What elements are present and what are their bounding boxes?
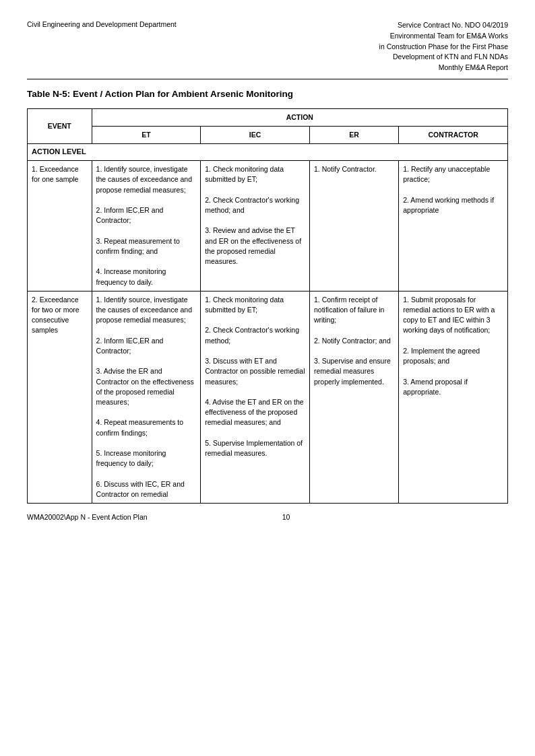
iec-2: 1. Check monitoring data submitted by ET… (201, 291, 310, 503)
er-2: 1. Confirm receipt of notification of fa… (309, 291, 398, 503)
page-title: Table N-5: Event / Action Plan for Ambie… (27, 89, 508, 99)
team-name: Environmental Team for EM&A Works (379, 31, 508, 42)
event-2: 2. Exceedance for two or more consecutiv… (28, 291, 92, 503)
header-left: Civil Engineering and Development Depart… (27, 20, 177, 28)
et-2: 1. Identify source, investigate the caus… (92, 291, 201, 503)
header-right: Service Contract No. NDO 04/2019 Environ… (379, 20, 508, 73)
event-1: 1. Exceedance for one sample (28, 161, 92, 291)
table-row: 2. Exceedance for two or more consecutiv… (28, 291, 508, 503)
contractor-2: 1. Submit proposals for remedial actions… (399, 291, 508, 503)
col-header-action: ACTION (92, 108, 507, 126)
er-1: 1. Notify Contractor. (309, 161, 398, 291)
et-1: 1. Identify source, investigate the caus… (92, 161, 201, 291)
page-header: Civil Engineering and Development Depart… (27, 20, 508, 73)
col-header-et: ET (92, 126, 201, 143)
construction-phase: in Construction Phase for the First Phas… (379, 42, 508, 53)
report-type: Monthly EM&A Report (379, 63, 508, 73)
footer-left: WMA20002\App N - Event Action Plan (27, 513, 148, 521)
page-number: 10 (148, 513, 425, 521)
development-name: Development of KTN and FLN NDAs (379, 52, 508, 63)
col-header-iec: IEC (201, 126, 310, 143)
action-level-row: ACTION LEVEL (28, 144, 508, 161)
table-row: 1. Exceedance for one sample 1. Identify… (28, 161, 508, 291)
col-header-contractor: CONTRACTOR (399, 126, 508, 143)
contractor-1: 1. Rectify any unacceptable practice; 2.… (399, 161, 508, 291)
header-divider (27, 79, 508, 79)
action-level-label: ACTION LEVEL (28, 144, 508, 161)
iec-1: 1. Check monitoring data submitted by ET… (201, 161, 310, 291)
col-header-event: EVENT (28, 108, 92, 143)
col-header-er: ER (309, 126, 398, 143)
contract-number: Service Contract No. NDO 04/2019 (379, 20, 508, 31)
event-action-table: EVENT ACTION ET IEC ER CONTRACTOR ACTION… (27, 108, 508, 504)
department-name: Civil Engineering and Development Depart… (27, 20, 177, 28)
page-footer: WMA20002\App N - Event Action Plan 10 (27, 513, 508, 521)
